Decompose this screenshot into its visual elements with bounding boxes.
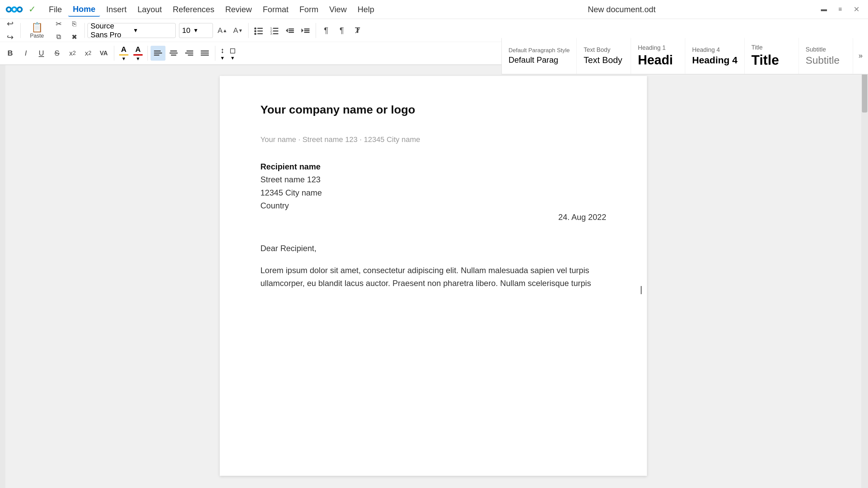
paste-icon: 📋	[31, 22, 43, 33]
svg-marker-22	[301, 28, 303, 33]
menu-home[interactable]: Home	[68, 2, 100, 17]
char-spacing-button[interactable]: VA	[96, 46, 111, 61]
font-color-button[interactable]: A ▼	[131, 44, 145, 63]
paste-button[interactable]: 📋 Paste	[23, 20, 51, 41]
align-center-button[interactable]	[166, 46, 181, 61]
recipient-street[interactable]: Street name 123	[260, 173, 606, 186]
background-dropdown-icon[interactable]: ▼	[230, 55, 235, 61]
pilcrow-button[interactable]: ¶	[319, 23, 334, 38]
style-text-body[interactable]: Text Body Text Body	[577, 38, 631, 74]
svg-rect-34	[188, 55, 193, 56]
style-heading4[interactable]: Heading 4 Heading 4	[685, 38, 745, 74]
unordered-list-button[interactable]	[251, 23, 266, 38]
indent-increase-button[interactable]	[298, 23, 313, 38]
close-button[interactable]: ✕	[850, 3, 863, 16]
menu-form[interactable]: Form	[295, 3, 323, 16]
recipient-zip-city[interactable]: 12345 City name	[260, 186, 606, 199]
scrollbar-right[interactable]	[861, 65, 868, 488]
copy-button[interactable]: ⧉	[51, 31, 66, 43]
superscript-button[interactable]: x2	[81, 46, 96, 61]
styles-more-button[interactable]: »	[853, 38, 868, 74]
font-shrink-button[interactable]: A▼	[231, 23, 245, 38]
bold-button[interactable]: B	[3, 46, 18, 61]
text-cursor	[641, 286, 642, 294]
style-default-paragraph[interactable]: Default Paragraph Style Default Parag	[502, 38, 577, 74]
scrollbar-left[interactable]	[0, 65, 5, 488]
underline-button[interactable]: U	[34, 46, 49, 61]
window-controls: ▬ ≡ ✕	[818, 3, 863, 16]
svg-rect-28	[154, 55, 159, 56]
align-right-button[interactable]	[182, 46, 197, 61]
check-icon[interactable]: ✓	[28, 4, 36, 15]
menu-references[interactable]: References	[168, 3, 219, 16]
body-text[interactable]: Lorem ipsum dolor sit amet, consectetur …	[260, 264, 606, 290]
menu-help[interactable]: Help	[353, 3, 379, 16]
italic-button[interactable]: I	[18, 46, 33, 61]
svg-rect-15	[273, 30, 278, 32]
address-line[interactable]: Your name · Street name 123 · 12345 City…	[260, 135, 606, 144]
menu-format[interactable]: Format	[258, 3, 293, 16]
document-date[interactable]: 24. Aug 2022	[558, 212, 606, 222]
cut-button[interactable]: ✂	[51, 18, 66, 30]
document-page[interactable]: Your company name or logo Your name · St…	[220, 76, 647, 476]
line-spacing-dropdown-icon[interactable]: ▼	[220, 55, 225, 61]
style-heading4-preview: Heading 4	[692, 55, 737, 66]
sidebar-icon-button[interactable]: ≡	[834, 3, 846, 16]
menu-layout[interactable]: Layout	[133, 3, 166, 16]
clear-format-button[interactable]: ✖	[67, 31, 82, 43]
font-color-dropdown-icon[interactable]: ▼	[136, 56, 140, 61]
line-spacing-button[interactable]: ↕ ▼	[218, 45, 227, 62]
font-size-selector[interactable]: 10 ▼	[179, 23, 213, 38]
menu-review[interactable]: Review	[220, 3, 257, 16]
background-color-icon: ◻	[230, 46, 236, 55]
undo-button[interactable]: ↩	[3, 18, 18, 30]
indent-decrease-icon	[285, 26, 295, 35]
scrollbar-thumb[interactable]	[862, 72, 867, 113]
svg-rect-26	[154, 50, 161, 52]
nonprint-button[interactable]: ¶	[334, 23, 349, 38]
style-title[interactable]: Title Title	[745, 38, 799, 74]
strikethrough-button[interactable]: S	[50, 46, 64, 61]
font-grow-button[interactable]: A▲	[215, 23, 230, 38]
align-left-button[interactable]	[151, 46, 165, 61]
recipient-name[interactable]: Recipient name	[260, 160, 606, 173]
subscript-button[interactable]: x2	[65, 46, 80, 61]
style-textbody-label: Text Body	[584, 46, 610, 54]
clear-text-button[interactable]: T̷	[350, 23, 365, 38]
ordered-list-button[interactable]: 1. 2. 3.	[267, 23, 282, 38]
font-color-icon: A	[135, 45, 141, 54]
line-spacing-icon: ↕	[220, 46, 224, 55]
highlight-button[interactable]: A ▼	[117, 44, 131, 63]
toolbar-row1: ↩ ↪ 📋 Paste ✂ ⧉ ⎘ ✖ Source Sans Pro ▼ 10…	[0, 19, 868, 42]
svg-rect-19	[289, 28, 294, 29]
greeting[interactable]: Dear Recipient,	[260, 244, 606, 253]
company-name[interactable]: Your company name or logo	[260, 103, 606, 116]
list-ordered-icon: 1. 2. 3.	[270, 26, 279, 35]
style-subtitle-label: Subtitle	[806, 46, 826, 53]
svg-rect-23	[304, 28, 310, 29]
style-heading4-label: Heading 4	[692, 46, 720, 54]
background-color-button[interactable]: ◻ ▼	[228, 45, 238, 62]
style-default-preview: Default Parag	[509, 55, 558, 65]
styles-panel: Default Paragraph Style Default Parag Te…	[501, 38, 868, 75]
svg-point-3	[7, 8, 10, 11]
style-heading1[interactable]: Heading 1 Headi	[631, 38, 685, 74]
style-heading1-label: Heading 1	[638, 44, 666, 52]
menu-insert[interactable]: Insert	[101, 3, 131, 16]
sidebar-toggle-button[interactable]: ▬	[818, 3, 830, 16]
redo-button[interactable]: ↪	[3, 31, 18, 43]
align-justify-button[interactable]	[197, 46, 212, 61]
style-subtitle[interactable]: Subtitle Subtitle	[799, 38, 853, 74]
menu-view[interactable]: View	[324, 3, 352, 16]
font-name-selector[interactable]: Source Sans Pro ▼	[87, 23, 176, 38]
clone-format-button[interactable]: ⎘	[67, 18, 82, 30]
menu-file[interactable]: File	[44, 3, 67, 16]
recipient-country[interactable]: Country	[260, 199, 606, 212]
nextcloud-logo	[5, 1, 23, 18]
titlebar: ✓ File Home Insert Layout References Rev…	[0, 0, 868, 19]
indent-decrease-button[interactable]	[282, 23, 297, 38]
svg-rect-21	[289, 32, 294, 33]
svg-point-6	[254, 27, 256, 29]
highlight-dropdown-icon[interactable]: ▼	[121, 56, 126, 61]
svg-point-4	[18, 8, 21, 11]
